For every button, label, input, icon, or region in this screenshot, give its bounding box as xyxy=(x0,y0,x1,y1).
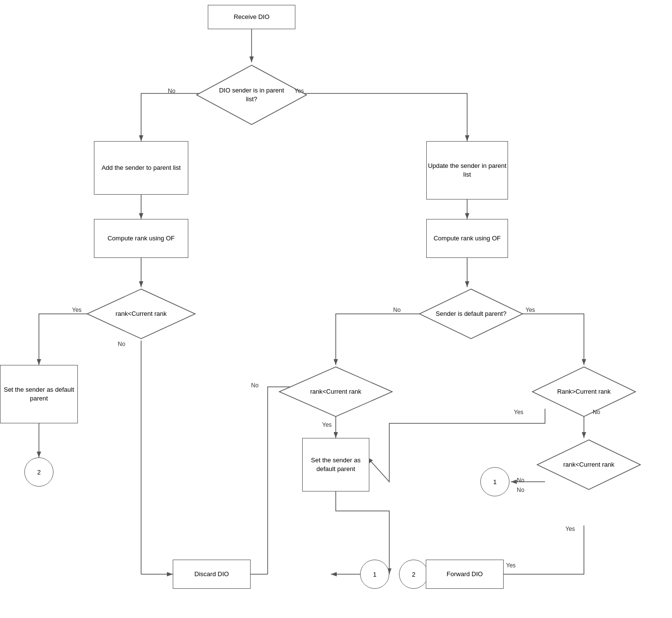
circle2-bottom: 2 xyxy=(399,560,428,589)
circle1-bottom: 1 xyxy=(360,560,389,589)
discard-dio-label: Discard DIO xyxy=(195,570,229,579)
rank-lt-current-left-diamond: rank<Current rank xyxy=(85,287,197,341)
no-below-left-label: No xyxy=(118,341,125,347)
forward-dio-box: Forward DIO xyxy=(426,560,504,589)
sender-default-diamond: Sender is default parent? xyxy=(418,287,525,341)
circle1-mid-label: 1 xyxy=(493,478,496,486)
yes-mid-label: Yes xyxy=(322,421,332,428)
set-default-left-label: Set the sender as default parent xyxy=(0,385,77,403)
dio-sender-diamond: DIO sender is in parent list? xyxy=(195,63,309,127)
no-circle1-label: No xyxy=(517,487,524,493)
circle2-bottom-label: 2 xyxy=(412,571,415,578)
yes-gt-left-label: Yes xyxy=(514,409,524,416)
no-sender-default-label: No xyxy=(393,307,400,313)
compute-rank-right-box: Compute rank using OF xyxy=(426,219,508,258)
receive-dio-label: Receive DIO xyxy=(234,13,270,21)
rank-lt-left-label: rank<Current rank xyxy=(102,309,180,318)
set-default-mid-box: Set the sender as default parent xyxy=(302,438,369,491)
add-sender-box: Add the sender to parent list xyxy=(94,141,188,195)
set-default-left-box: Set the sender as default parent xyxy=(0,365,78,423)
sender-default-label: Sender is default parent? xyxy=(435,309,508,318)
discard-dio-box: Discard DIO xyxy=(173,560,251,589)
no-far-label: No xyxy=(517,477,524,484)
yes-far-label: Yes xyxy=(565,526,575,532)
circle2-top: 2 xyxy=(24,457,54,487)
receive-dio-box: Receive DIO xyxy=(208,5,295,29)
yes-right-label: Yes xyxy=(294,88,304,94)
yes-sender-default-label: Yes xyxy=(526,307,535,313)
dio-sender-label: DIO sender is in parent list? xyxy=(213,86,291,104)
flowchart: Receive DIO DIO sender is in parent list… xyxy=(0,0,672,618)
no-left-label: No xyxy=(168,88,175,94)
add-sender-label: Add the sender to parent list xyxy=(102,164,181,172)
update-sender-label: Update the sender in parent list xyxy=(427,162,508,179)
rank-lt-current-mid-diamond: rank<Current rank xyxy=(277,365,394,418)
compute-rank-left-box: Compute rank using OF xyxy=(94,219,188,258)
yes-bottom-label: Yes xyxy=(506,562,516,569)
rank-lt-mid-label: rank<Current rank xyxy=(294,387,377,396)
rank-gt-label: Rank>Current rank xyxy=(547,387,620,396)
circle1-bottom-label: 1 xyxy=(373,571,376,578)
rank-lt-current-far-diamond: rank<Current rank xyxy=(535,438,642,491)
forward-dio-label: Forward DIO xyxy=(447,570,483,579)
no-gt-right-label: No xyxy=(593,409,600,416)
circle2-top-label: 2 xyxy=(37,469,40,476)
no-mid-label: No xyxy=(251,382,258,389)
circle1-mid: 1 xyxy=(480,467,509,496)
yes-left-label: Yes xyxy=(72,307,82,313)
compute-rank-left-label: Compute rank using OF xyxy=(108,234,175,243)
set-default-mid-label: Set the sender as default parent xyxy=(303,456,369,473)
rank-gt-current-diamond: Rank>Current rank xyxy=(530,365,637,418)
compute-rank-right-label: Compute rank using OF xyxy=(434,234,501,243)
update-sender-box: Update the sender in parent list xyxy=(426,141,508,200)
rank-lt-far-label: rank<Current rank xyxy=(552,460,625,469)
